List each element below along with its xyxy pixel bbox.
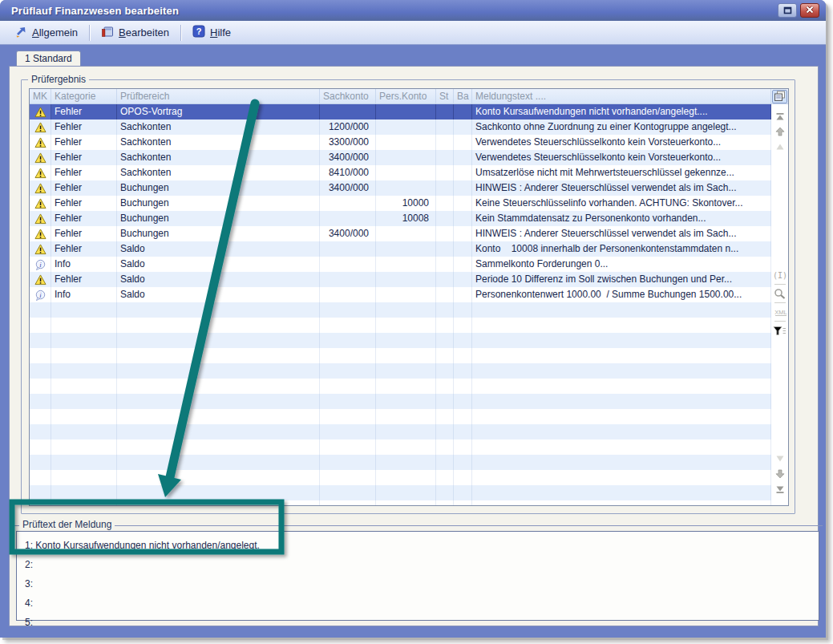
- column-header-1[interactable]: Kategorie: [51, 89, 117, 103]
- table-row-empty[interactable]: [30, 455, 771, 470]
- cell: [30, 500, 51, 505]
- cell: Keine Steuerschlüsselinfo vorhanden. ACH…: [472, 196, 771, 211]
- column-header-6[interactable]: Ba: [454, 89, 472, 103]
- table-row[interactable]: FehlerBuchungen10008Kein Stammdatensatz …: [30, 211, 771, 226]
- cell: [436, 135, 454, 150]
- cell: [51, 379, 117, 394]
- table-row[interactable]: FehlerSachkonten3300/000Verwendetes Steu…: [30, 135, 771, 150]
- cell: [117, 500, 320, 505]
- cell: [472, 500, 771, 505]
- warning-icon: [30, 165, 51, 180]
- cell: [472, 485, 771, 500]
- cell: [436, 439, 454, 455]
- tab-standard[interactable]: 1 Standard: [16, 51, 81, 67]
- message-text-panel[interactable]: 1: Konto Kursaufwendungen nicht vorhande…: [16, 531, 819, 621]
- column-header-0[interactable]: MK: [30, 89, 51, 103]
- cell: [376, 333, 436, 348]
- move-down-icon[interactable]: [773, 468, 787, 480]
- table-row-empty[interactable]: [30, 485, 771, 500]
- table-row[interactable]: iInfoSaldoPersonenkontenwert 1000.00 / S…: [30, 287, 771, 302]
- table-row-empty[interactable]: [30, 424, 771, 439]
- warning-icon: [30, 119, 51, 135]
- column-header-3[interactable]: Sachkonto: [320, 89, 376, 103]
- strip-divider: [774, 302, 786, 303]
- cell: [30, 363, 51, 379]
- cell: [454, 135, 472, 150]
- cell: [51, 394, 117, 409]
- column-header-4[interactable]: Pers.Konto: [376, 89, 436, 103]
- cell: [30, 379, 51, 394]
- cell: [320, 333, 376, 348]
- toolbar-button-allgemein[interactable]: Allgemein: [8, 22, 84, 43]
- cell: [454, 119, 472, 135]
- table-row[interactable]: FehlerOPOS-VortragKonto Kursaufwendungen…: [30, 104, 771, 119]
- cell: Periode 10 Differenz im Soll zwischen Bu…: [472, 272, 771, 287]
- table-row-empty[interactable]: [30, 318, 771, 333]
- table-row[interactable]: FehlerSaldoPeriode 10 Differenz im Soll …: [30, 272, 771, 287]
- message-group-label: Prüftext der Meldung: [19, 519, 115, 530]
- table-row[interactable]: FehlerSachkonten8410/000Umsatzerlöse nic…: [30, 165, 771, 180]
- cell: [454, 165, 472, 180]
- cell: Fehler: [51, 104, 117, 119]
- cell: [376, 272, 436, 287]
- close-button[interactable]: [800, 3, 819, 18]
- move-up-icon[interactable]: [773, 125, 787, 138]
- restore-button[interactable]: [778, 3, 797, 18]
- cell: [117, 363, 320, 379]
- cell: [320, 211, 376, 226]
- table-row[interactable]: FehlerSachkonten3400/000Verwendetes Steu…: [30, 150, 771, 165]
- scroll-top-icon[interactable]: [773, 110, 787, 123]
- table-row-empty[interactable]: [30, 348, 771, 363]
- warning-icon: [30, 196, 51, 211]
- cell: [436, 287, 454, 302]
- strip-header: [771, 89, 788, 104]
- window-controls: [778, 3, 819, 18]
- cell: [117, 424, 320, 439]
- cell: [30, 394, 51, 409]
- cell: [320, 348, 376, 363]
- cell: Verwendetes Steuerschlüsselkonto kein Vo…: [472, 150, 771, 165]
- filter-icon[interactable]: [773, 324, 787, 337]
- magnifier-icon[interactable]: [773, 287, 787, 300]
- column-header-5[interactable]: St: [436, 89, 454, 103]
- cell: [436, 485, 454, 500]
- toolbar-button-hilfe[interactable]: ?Hilfe: [186, 22, 237, 43]
- toolbar-button-bearbeiten[interactable]: Bearbeiten: [95, 22, 176, 43]
- xml-icon[interactable]: XML: [773, 306, 787, 318]
- table-row[interactable]: FehlerSachkonten1200/000Sachkonto ohne Z…: [30, 119, 771, 135]
- brackets-icon[interactable]: (I): [773, 269, 787, 281]
- table-row[interactable]: FehlerBuchungen10000Keine Steuerschlüsse…: [30, 196, 771, 211]
- cell: [376, 180, 436, 196]
- table-row-empty[interactable]: [30, 470, 771, 485]
- table-row[interactable]: iInfoSaldoSammelkonto Forderungen 0...: [30, 257, 771, 272]
- cell: Info: [51, 257, 117, 272]
- cell: [472, 439, 771, 455]
- tab-strip: 1 Standard: [16, 51, 81, 67]
- table-row-empty[interactable]: [30, 439, 771, 455]
- copy-icon[interactable]: [772, 90, 787, 103]
- cell: [454, 257, 472, 272]
- message-line: 1: Konto Kursaufwendungen nicht vorhande…: [25, 536, 819, 555]
- cell: [51, 485, 117, 500]
- message-line: 3:: [25, 574, 819, 593]
- cell: [117, 439, 320, 455]
- cell: [376, 409, 436, 424]
- table-row[interactable]: FehlerBuchungen3400/000HINWEIS : Anderer…: [30, 180, 771, 196]
- table-row-empty[interactable]: [30, 379, 771, 394]
- cell: [30, 302, 51, 318]
- table-row-empty[interactable]: [30, 409, 771, 424]
- cell: [436, 211, 454, 226]
- table-row-empty[interactable]: [30, 363, 771, 379]
- scroll-bottom-icon[interactable]: [773, 483, 787, 496]
- table-row-empty[interactable]: [30, 302, 771, 318]
- move-down-faint-icon[interactable]: [773, 452, 787, 465]
- table-row[interactable]: FehlerSaldoKonto 10008 innerhalb der Per…: [30, 241, 771, 257]
- column-header-7[interactable]: Meldungstext ....: [472, 89, 771, 103]
- table-row-empty[interactable]: [30, 333, 771, 348]
- table-row-empty[interactable]: [30, 394, 771, 409]
- move-up-faint-icon[interactable]: [773, 140, 787, 153]
- table-row[interactable]: FehlerBuchungen3400/000HINWEIS : Anderer…: [30, 226, 771, 241]
- table-row-empty[interactable]: [30, 500, 771, 505]
- column-header-2[interactable]: Prüfbereich: [117, 89, 320, 103]
- cell: Fehler: [51, 135, 117, 150]
